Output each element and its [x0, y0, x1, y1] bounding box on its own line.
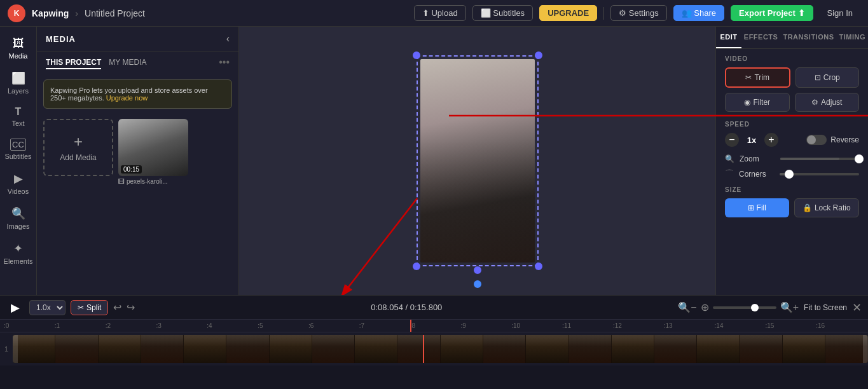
fit-to-screen-button[interactable]: Fit to Screen [804, 303, 847, 312]
track-frame [355, 335, 397, 363]
handle-bottom-left[interactable] [413, 263, 420, 270]
filter-button[interactable]: ◉ Filter [725, 93, 790, 112]
handle-bottom-center[interactable] [474, 266, 481, 274]
effect-buttons: ◉ Filter ⚙ Adjust [725, 93, 859, 112]
trim-icon: ✂ [745, 73, 752, 82]
track-frame [270, 335, 312, 363]
upload-button[interactable]: ⬆ Upload [414, 5, 466, 21]
sidebar-item-videos[interactable]: ▶ Videos [2, 167, 35, 200]
zoom-fill [780, 158, 839, 160]
sidebar-item-images[interactable]: 🔍 Images [2, 201, 35, 235]
file-icon: 🎞 [118, 178, 125, 185]
share-button[interactable]: 👥 Share [673, 5, 724, 21]
tab-this-project[interactable]: THIS PROJECT [46, 57, 101, 69]
tab-my-media[interactable]: MY MEDIA [109, 57, 146, 69]
subtitles-icon: CC [10, 139, 26, 151]
right-panel-tabs: EDIT EFFECTS TRANSITIONS TIMING [716, 27, 868, 49]
media-tabs: THIS PROJECT MY MEDIA ••• [37, 51, 238, 74]
add-media-button[interactable]: + Add Media [43, 119, 113, 176]
lock-ratio-button[interactable]: 🔒 Lock Ratio [794, 198, 860, 217]
video-frame[interactable] [420, 59, 535, 263]
zoom-slider[interactable] [780, 158, 859, 160]
handle-top-left[interactable] [413, 51, 420, 59]
sidebar-item-text[interactable]: T Text [2, 101, 35, 132]
canvas-area[interactable] [239, 27, 715, 295]
close-timeline-button[interactable]: ✕ [852, 301, 862, 315]
play-button[interactable]: ▶ [6, 299, 24, 317]
crop-icon: ⊡ [815, 73, 821, 82]
media-collapse-button[interactable]: ‹ [226, 33, 230, 44]
layers-icon: ⬜ [11, 71, 25, 85]
zoom-timeline-thumb[interactable] [751, 304, 759, 311]
upgrade-button[interactable]: UPGRADE [539, 5, 597, 21]
ruler-mark: :3 [155, 322, 205, 329]
ruler-mark: :13 [663, 322, 713, 329]
total-time: 0:15.800 [410, 303, 443, 312]
current-time: 0:08.054 [371, 303, 403, 312]
handle-bottom-right[interactable] [535, 263, 542, 270]
reverse-toggle-track[interactable] [806, 135, 827, 145]
fill-button[interactable]: ⊞ Fill [725, 198, 789, 217]
export-button[interactable]: Export Project ⬆ [731, 5, 813, 21]
trim-button[interactable]: ✂ Trim [725, 67, 790, 88]
media-options-button[interactable]: ••• [219, 57, 230, 69]
sidebar-item-subtitles[interactable]: CC Subtitles [2, 133, 35, 165]
speed-value: 1x [744, 135, 759, 145]
sidebar-item-label: Images [6, 222, 29, 230]
thumbnail-name: 🎞 pexels-karoli... [118, 178, 188, 185]
zoom-timeline-slider[interactable] [713, 306, 776, 309]
project-name[interactable]: Untitled Project [85, 8, 145, 18]
time-separator: / [406, 303, 410, 312]
handle-top-right[interactable] [535, 51, 542, 59]
speed-select[interactable]: 1.0x 0.5x 1.5x 2.0x [29, 300, 65, 315]
track-frame [99, 335, 141, 363]
undo-button[interactable]: ↩ [113, 301, 121, 313]
reverse-toggle-knob [807, 135, 816, 144]
zoom-label: Zoom [740, 154, 775, 163]
tab-transitions[interactable]: TRANSITIONS [780, 27, 836, 48]
timeline-ruler: :0 :1 :2 :3 :4 :5 :6 :7 :8 :9 :10 :11 :1… [0, 320, 868, 332]
tab-effects[interactable]: EFFECTS [741, 27, 781, 48]
tab-timing[interactable]: TIMING [837, 27, 869, 48]
settings-button[interactable]: ⚙ Settings [610, 5, 667, 21]
signin-button[interactable]: Sign In [820, 6, 860, 20]
upgrade-link[interactable]: Upgrade now [106, 94, 148, 102]
subtitles-button[interactable]: ⬜ Subtitles [472, 5, 533, 21]
divider [603, 7, 604, 20]
filter-icon: ◉ [744, 98, 750, 107]
crop-button[interactable]: ⊡ Crop [796, 67, 860, 88]
speed-increase-button[interactable]: + [764, 133, 778, 147]
sidebar-item-elements[interactable]: ✦ Elements [2, 236, 35, 270]
zoom-in-button[interactable]: 🔍+ [780, 301, 799, 313]
adjust-button[interactable]: ⚙ Adjust [795, 93, 860, 112]
rotate-handle[interactable] [474, 280, 481, 288]
sidebar-item-label: Videos [8, 188, 29, 195]
track-frame [612, 335, 654, 363]
canvas-inner [420, 59, 535, 263]
sidebar-item-layers[interactable]: ⬜ Layers [2, 66, 35, 100]
track-frame [783, 335, 825, 363]
zoom-thumb[interactable] [855, 154, 864, 163]
track-right-handle[interactable] [863, 335, 868, 363]
track-frame [526, 335, 568, 363]
tab-edit[interactable]: EDIT [716, 27, 741, 48]
media-thumbnail[interactable]: 00:15 [118, 119, 188, 176]
thumbnail-duration: 00:15 [121, 165, 142, 174]
split-icon: ✂ [78, 303, 84, 312]
corners-slider[interactable] [780, 173, 859, 175]
upgrade-notice: Kapwing Pro lets you upload and store as… [43, 79, 232, 109]
lock-icon: 🔒 [803, 203, 812, 212]
redo-button[interactable]: ↪ [127, 301, 135, 313]
track-content[interactable] [13, 335, 868, 363]
track-frame [697, 335, 740, 363]
corners-thumb[interactable] [785, 170, 794, 179]
split-button[interactable]: ✂ Split [71, 300, 108, 315]
video-section-title: VIDEO [725, 55, 859, 62]
zoom-out-button[interactable]: 🔍− [678, 301, 696, 313]
ruler-mark: :0 [3, 322, 53, 329]
track-frame [226, 335, 269, 363]
track-left-handle[interactable] [13, 335, 18, 363]
corners-row: ⌒ Corners [716, 166, 868, 182]
sidebar-item-media[interactable]: 🖼 Media [2, 32, 35, 65]
speed-decrease-button[interactable]: − [725, 133, 739, 147]
